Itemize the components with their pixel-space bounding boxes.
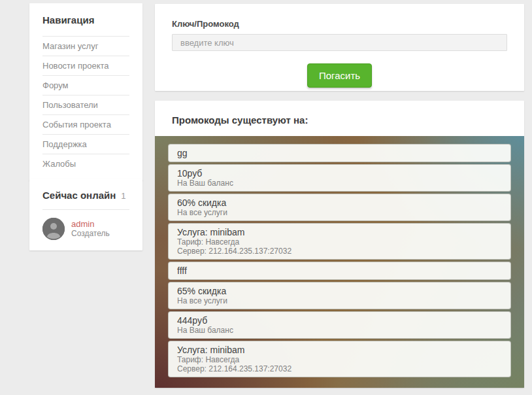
user-meta: admin Создатель — [71, 219, 110, 239]
promo-card-title: gg — [177, 148, 502, 158]
navigation-panel: Навигация Магазин услугНовости проектаФо… — [29, 3, 142, 181]
promo-card-detail: Сервер: 212.164.235.137:27032 — [177, 364, 502, 373]
user-avatar-icon — [42, 218, 65, 240]
promo-card-title: Услуга: minibam — [177, 227, 502, 237]
promo-card: ffff — [168, 262, 511, 280]
key-input[interactable] — [172, 34, 507, 51]
promo-card-detail: Сервер: 212.164.235.137:27032 — [177, 247, 502, 256]
promo-card: 65% скидкаНа все услуги — [168, 282, 511, 309]
promo-list-title: Промокоды существуют на: — [172, 114, 308, 126]
online-title-row: Сейчас онлайн1 — [42, 190, 129, 201]
promo-card-detail: На все услуги — [177, 208, 502, 217]
nav-item[interactable]: Новости проекта — [42, 56, 129, 75]
promo-list: gg10рубНа Ваш баланс60% скидкаНа все усл… — [168, 144, 511, 377]
promo-card: 10рубНа Ваш баланс — [168, 164, 511, 192]
nav-item[interactable]: Жалобы — [42, 154, 129, 173]
promo-card-title: 60% скидка — [177, 198, 502, 208]
online-user-row: admin Создатель — [42, 218, 129, 240]
redeem-button[interactable]: Погасить — [307, 63, 372, 88]
user-name-link[interactable]: admin — [71, 219, 110, 229]
nav-item[interactable]: Пользователи — [42, 95, 129, 114]
redeem-panel: Ключ/Промокод Погасить — [155, 4, 524, 91]
nav-item[interactable]: Магазин услуг — [42, 36, 129, 56]
promo-card-detail: На Ваш баланс — [177, 326, 502, 335]
promo-card-title: 10руб — [177, 168, 502, 179]
promo-card-detail: Тариф: Навсегда — [177, 237, 502, 247]
promo-card: Услуга: minibamТариф: НавсегдаСервер: 21… — [168, 223, 511, 260]
key-input-label: Ключ/Промокод — [172, 19, 507, 29]
nav-list: Магазин услугНовости проектаФорумПользов… — [42, 36, 129, 173]
promo-card: 444рубНа Ваш баланс — [168, 311, 511, 339]
promo-card: Услуга: minibamТариф: НавсегдаСервер: 21… — [168, 341, 511, 377]
promo-list-background: gg10рубНа Ваш баланс60% скидкаНа все усл… — [155, 136, 524, 388]
online-panel: Сейчас онлайн1 admin Создатель — [29, 179, 142, 250]
promo-card-title: 65% скидка — [177, 286, 502, 296]
navigation-title: Навигация — [42, 14, 129, 26]
promo-card: gg — [168, 144, 511, 162]
promo-card-detail: Тариф: Навсегда — [177, 355, 502, 364]
promo-card: 60% скидкаНа все услуги — [168, 194, 511, 221]
promo-card-detail: На все услуги — [177, 296, 502, 305]
online-title: Сейчас онлайн — [42, 190, 116, 201]
user-role: Создатель — [71, 229, 110, 239]
promo-panel: Промокоды существуют на: gg10рубНа Ваш б… — [155, 101, 524, 388]
promo-card-title: ffff — [177, 266, 502, 276]
nav-item[interactable]: Форум — [42, 75, 129, 95]
promo-card-title: 444руб — [177, 315, 502, 326]
nav-item[interactable]: События проекта — [42, 114, 129, 134]
nav-item[interactable]: Поддержка — [42, 134, 129, 154]
promo-card-title: Услуга: minibam — [177, 345, 502, 355]
button-row: Погасить — [172, 63, 507, 88]
divider — [42, 209, 129, 210]
online-count: 1 — [121, 191, 125, 201]
promo-header: Промокоды существуют на: — [155, 101, 524, 136]
promo-card-detail: На Ваш баланс — [177, 179, 502, 188]
